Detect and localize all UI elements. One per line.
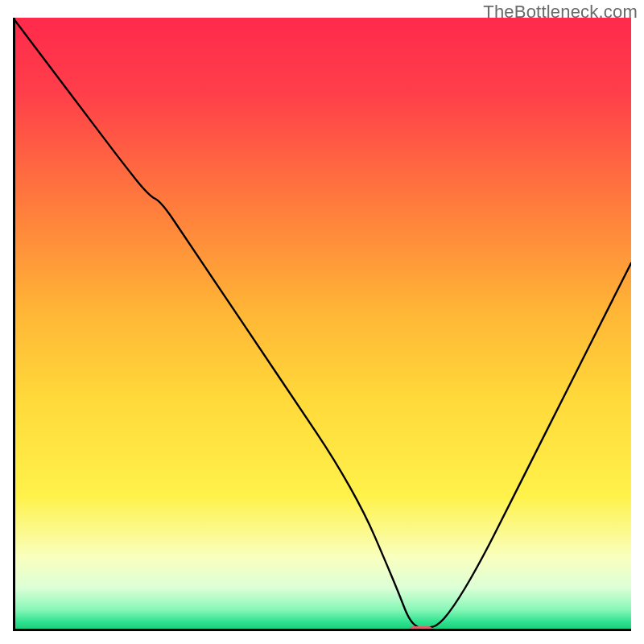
chart-svg	[13, 18, 631, 631]
plot-area	[13, 18, 631, 631]
gradient-background	[13, 18, 631, 631]
bottleneck-chart: TheBottleneck.com	[0, 0, 644, 644]
